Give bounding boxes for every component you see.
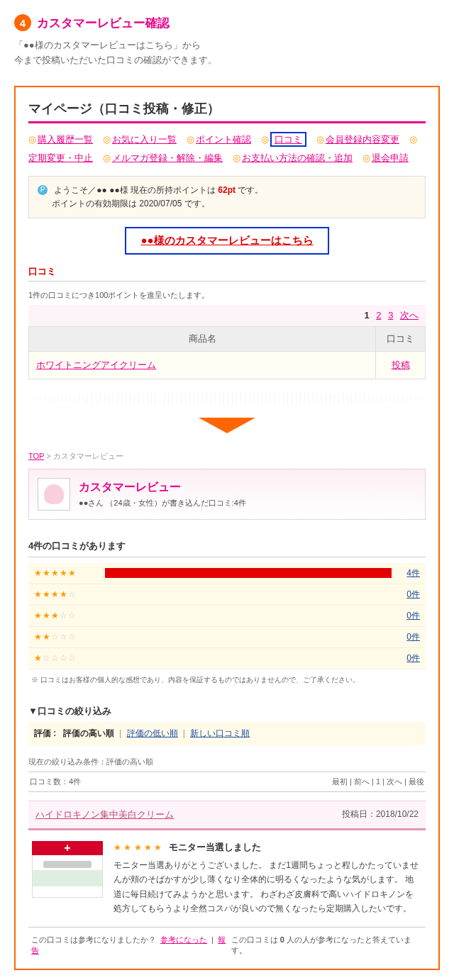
- pager-next[interactable]: 次へ: [400, 310, 419, 321]
- filter-section: ▼口コミの絞り込み 評価 : 評価の高い順 | 評価の低い順 | 新しい口コミ順: [28, 705, 426, 745]
- product-table: 商品名 口コミ ホワイトニングアイクリーム 投稿: [28, 326, 426, 379]
- points-value: 62pt: [218, 185, 236, 195]
- review-header-sub: ●●さん （24歳・女性）が書き込んだ口コミ:4件: [79, 498, 246, 508]
- filter-low[interactable]: 評価の低い順: [127, 728, 178, 738]
- intro-line2: 今まで投稿いただいた口コミの確認ができます。: [14, 53, 440, 68]
- filter-label: 評価 :: [34, 728, 56, 738]
- footer-count-pre: この口コミは: [231, 935, 280, 944]
- intro-text: 「●●様のカスタマーレビューはこちら」から 今まで投稿いただいた口コミの確認がで…: [0, 38, 454, 79]
- review-footer: この口コミは参考になりましたか？ 参考になった | 報告 この口コミは 0 人の…: [28, 927, 426, 956]
- points-icon: P: [38, 185, 48, 195]
- table-row: ホワイトニングアイクリーム 投稿: [29, 351, 426, 379]
- nav-link[interactable]: 購入履歴一覧: [38, 134, 93, 145]
- list-pager: 口コミ数：4件 最初 | 前へ | 1 | 次へ | 最後: [28, 772, 426, 792]
- breadcrumb-sep: >: [44, 452, 53, 460]
- rating-row[interactable]: ★★★★★4件: [28, 563, 426, 584]
- avatar: [38, 478, 70, 511]
- stars-icon: ★★★☆☆: [34, 611, 98, 620]
- review-date: 投稿日：2018/10/22: [342, 808, 419, 821]
- review-stars-icon: ★ ★ ★ ★ ★: [114, 842, 162, 852]
- rating-count[interactable]: 0件: [399, 610, 420, 622]
- bullet-icon: ◎: [28, 134, 36, 145]
- bullet-icon: ◎: [316, 134, 324, 145]
- rating-bar: [105, 589, 392, 599]
- nav-link[interactable]: ポイント確認: [196, 134, 251, 145]
- review-header-title: カスタマーレビュー: [79, 480, 246, 495]
- col-product: 商品名: [29, 326, 376, 351]
- bullet-icon: ◎: [362, 152, 370, 163]
- nav-link[interactable]: 会員登録内容変更: [326, 134, 399, 145]
- summary-disclaimer: ※ 口コミはお客様の個人的な感想であり、内容を保証するものではありませんので、ご…: [28, 669, 426, 691]
- bullet-icon: ◎: [409, 134, 417, 145]
- page-title: マイページ（口コミ投稿・修正）: [28, 100, 426, 123]
- arrow-down-icon: [199, 418, 255, 433]
- points-expiry: ポイントの有効期限は 2020/07/05 です。: [52, 199, 210, 208]
- step-number-icon: 4: [14, 14, 31, 31]
- breadcrumb-current: カスタマーレビュー: [53, 452, 123, 460]
- rating-row[interactable]: ★★★☆☆0件: [28, 606, 426, 627]
- breadcrumb-top[interactable]: TOP: [28, 452, 44, 460]
- rating-count[interactable]: 0件: [399, 589, 420, 601]
- nav-link[interactable]: お気に入り一覧: [112, 134, 177, 145]
- review-item-header: ハイドロキノン集中美白クリーム 投稿日：2018/10/22: [28, 801, 426, 830]
- filter-high[interactable]: 評価の高い順: [63, 728, 114, 738]
- pager-page-2[interactable]: 2: [376, 310, 381, 321]
- points-note: 1件の口コミにつき100ポイントを進呈いたします。: [28, 286, 426, 305]
- stars-icon: ★★★★☆: [34, 589, 98, 599]
- nav-link[interactable]: 退会申請: [372, 152, 409, 163]
- avatar-icon: [44, 484, 64, 504]
- breadcrumb: TOP > カスタマーレビュー: [28, 451, 426, 462]
- review-subheading: 口コミ: [28, 265, 426, 282]
- product-image: +: [32, 841, 103, 916]
- footer-question: この口コミは参考になりましたか？: [31, 935, 156, 944]
- points-box: P ようこそ／●● ●●様 現在の所持ポイントは 62pt です。 ポイントの有…: [28, 176, 426, 218]
- mypage-panel: マイページ（口コミ投稿・修正） ◎購入履歴一覧◎お気に入り一覧◎ポイント確認◎口…: [14, 86, 440, 970]
- pager-page-3[interactable]: 3: [388, 310, 393, 321]
- nav-link[interactable]: メルマガ登録・解除・編集: [112, 152, 223, 163]
- filter-sep: |: [183, 728, 185, 738]
- review-header: カスタマーレビュー ●●さん （24歳・女性）が書き込んだ口コミ:4件: [28, 469, 426, 520]
- bullet-icon: ◎: [103, 134, 111, 145]
- rating-row[interactable]: ★★★★☆0件: [28, 584, 426, 606]
- stars-icon: ★★☆☆☆: [34, 632, 98, 642]
- rating-summary: 4件の口コミがあります ★★★★★4件★★★★☆0件★★★☆☆0件★★☆☆☆0件…: [28, 535, 426, 691]
- intro-line1: 「●●様のカスタマーレビューはこちら」から: [14, 38, 440, 53]
- col-review: 口コミ: [376, 326, 426, 351]
- list-pager-count: 口コミ数：4件: [30, 776, 81, 787]
- rating-row[interactable]: ★★☆☆☆0件: [28, 627, 426, 648]
- rating-count[interactable]: 0件: [399, 631, 420, 643]
- customer-review-link[interactable]: ●●様のカスタマーレビューはこちら: [125, 227, 328, 255]
- review-body: + ★ ★ ★ ★ ★ モニター当選しました モニター当選ありがとうございました…: [28, 830, 426, 927]
- rating-row[interactable]: ★☆☆☆☆0件: [28, 648, 426, 669]
- nav-link[interactable]: 口コミ: [270, 132, 306, 147]
- rating-bar: [105, 632, 392, 642]
- points-post: です。: [236, 185, 263, 195]
- rating-bar: [105, 653, 392, 663]
- rating-count[interactable]: 4件: [399, 567, 420, 579]
- product-link[interactable]: ホワイトニングアイクリーム: [36, 360, 156, 370]
- post-review-link[interactable]: 投稿: [392, 360, 410, 370]
- bullet-icon: ◎: [103, 152, 111, 163]
- review-text: モニター当選ありがとうございました。 まだ1週間ちょっと程しかたっていませんが頬…: [114, 858, 422, 916]
- filter-heading: ▼口コミの絞り込み: [28, 705, 426, 718]
- wave-divider: [28, 392, 426, 405]
- nav-link[interactable]: 定期変更・中止: [28, 152, 93, 163]
- table-pager: 1 2 3 次へ: [28, 305, 426, 326]
- stars-icon: ★★★★★: [34, 568, 98, 578]
- filter-row: 評価 : 評価の高い順 | 評価の低い順 | 新しい口コミ順: [28, 722, 426, 745]
- filter-sep: |: [119, 728, 121, 738]
- review-title: モニター当選しました: [169, 842, 261, 852]
- jar-icon: [32, 855, 103, 898]
- nav-link[interactable]: お支払い方法の確認・追加: [242, 152, 353, 163]
- plus-icon: +: [64, 842, 70, 854]
- list-pager-nav[interactable]: 最初 | 前へ | 1 | 次へ | 最後: [332, 776, 424, 787]
- current-filter: 現在の絞り込み条件：評価の高い順: [28, 751, 426, 772]
- bullet-icon: ◎: [187, 134, 194, 145]
- rating-count[interactable]: 0件: [399, 652, 420, 664]
- helpful-link[interactable]: 参考になった: [160, 935, 207, 944]
- filter-new[interactable]: 新しい口コミ順: [190, 728, 250, 738]
- review-product-link[interactable]: ハイドロキノン集中美白クリーム: [35, 808, 174, 821]
- stars-icon: ★☆☆☆☆: [34, 653, 98, 663]
- summary-title: 4件の口コミがあります: [28, 535, 426, 557]
- rating-bar: [105, 611, 392, 620]
